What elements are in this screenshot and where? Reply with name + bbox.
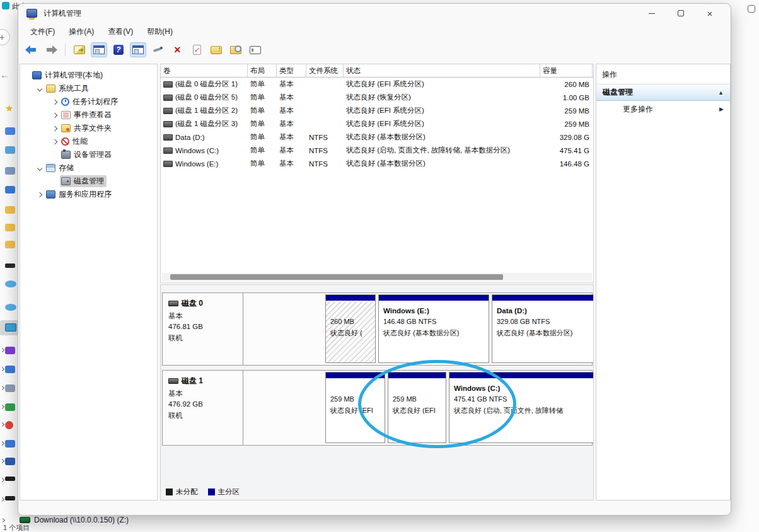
collapse-caret-icon[interactable]: ▲ <box>718 90 724 96</box>
tree-item-存储[interactable]: 存储 <box>20 161 157 175</box>
chevron-right-icon[interactable] <box>0 386 4 390</box>
back-button[interactable] <box>23 42 40 57</box>
partition-Windows (C:)[interactable]: Windows (C:)475.41 GB NTFS状态良好 (启动, 页面文件… <box>449 372 594 443</box>
music-tree-icon[interactable] <box>5 421 13 429</box>
check-doc-button[interactable]: ✓ <box>188 42 205 57</box>
folder-search-button[interactable] <box>228 42 244 57</box>
desktop-folder-icon[interactable] <box>5 127 15 135</box>
chevron-right-icon[interactable] <box>0 348 4 352</box>
music-folder-icon[interactable] <box>5 241 15 248</box>
column-header-文件系统[interactable]: 文件系统 <box>306 64 344 77</box>
forward-button[interactable] <box>43 42 59 57</box>
chevron-right-icon[interactable] <box>52 112 57 117</box>
chevron-right-icon[interactable] <box>52 125 57 130</box>
item-bar-icon[interactable] <box>5 263 15 268</box>
folder-search-icon <box>230 46 241 54</box>
console-window-button[interactable] <box>91 42 107 57</box>
column-header-容量[interactable]: 容量 <box>540 64 593 77</box>
column-header-状态[interactable]: 状态 <box>344 64 540 77</box>
chevron-right-icon[interactable] <box>0 422 4 427</box>
tree-item-任务计划程序[interactable]: 任务计划程序 <box>20 95 157 108</box>
cell-text: 简单 <box>250 132 265 142</box>
drive-icon-1[interactable] <box>5 440 15 448</box>
partition-Windows (E:)[interactable]: Windows (E:)146.48 GB NTFS状态良好 (基本数据分区) <box>378 294 489 363</box>
partition-259 MB[interactable]: 259 MB状态良好 (EFI <box>325 372 385 443</box>
videos-tree-icon[interactable] <box>5 347 15 354</box>
table-row[interactable]: Windows (C:)简单基本NTFS状态良好 (启动, 页面文件, 故障转储… <box>161 144 593 157</box>
explorer-back-icon[interactable]: ← <box>0 69 9 80</box>
menu-item-4[interactable]: 帮助(H) <box>140 25 180 39</box>
more-actions-item[interactable]: 更多操作 ▶ <box>596 101 730 117</box>
partition-260 MB[interactable]: 260 MB状态良好 ( <box>325 294 376 363</box>
scrollbar-thumb[interactable] <box>170 274 503 280</box>
drive-icon-2[interactable] <box>5 458 15 465</box>
chevron-right-icon[interactable] <box>0 478 4 482</box>
folder-up-button[interactable] <box>208 42 224 57</box>
drive-icon-4[interactable] <box>5 496 15 500</box>
chevron-down-icon[interactable] <box>37 165 42 170</box>
performance-icon <box>61 137 69 146</box>
chevron-down-icon[interactable] <box>37 86 42 91</box>
tree-item-计算机管理(本地)[interactable]: 计算机管理(本地) <box>20 69 157 82</box>
this-pc-monitor-icon[interactable] <box>5 323 16 332</box>
table-row[interactable]: (磁盘 1 磁盘分区 3)简单基本状态良好 (EFI 系统分区)259 MB <box>161 117 593 130</box>
new-tab-button[interactable]: + <box>0 29 10 45</box>
table-row[interactable]: Windows (E:)简单基本NTFS状态良好 (基本数据分区)146.48 … <box>161 157 593 170</box>
actions-group-disk-management[interactable]: 磁盘管理 ▲ <box>596 84 730 101</box>
tree-item-highlight: 事件查看器 <box>60 109 114 121</box>
delete-button[interactable]: × <box>169 42 185 57</box>
partition-Data (D:)[interactable]: Data (D:)329.08 GB NTFS状态良好 (基本数据分区) <box>492 294 594 363</box>
chevron-right-icon[interactable] <box>0 497 4 502</box>
table-row[interactable]: Data (D:)简单基本NTFS状态良好 (基本数据分区)329.08 G <box>161 130 593 144</box>
pen-button[interactable] <box>149 42 166 57</box>
tree-item-事件查看器[interactable]: 事件查看器 <box>20 108 157 122</box>
downloads-folder-icon[interactable] <box>5 224 15 231</box>
close-button[interactable]: × <box>695 4 724 23</box>
panel-button[interactable] <box>247 42 264 57</box>
pictures-tree-icon[interactable] <box>5 366 15 373</box>
table-row[interactable]: (磁盘 1 磁盘分区 2)简单基本状态良好 (EFI 系统分区)259 MB <box>161 104 593 117</box>
chevron-right-icon[interactable] <box>0 441 4 446</box>
documents-folder-icon[interactable] <box>5 206 15 214</box>
pinned-folder-icon[interactable] <box>5 186 15 194</box>
sync-folder-icon[interactable] <box>5 146 15 154</box>
column-header-布局[interactable]: 布局 <box>248 64 277 77</box>
chevron-right-icon[interactable] <box>52 99 57 104</box>
documents-tree-icon[interactable] <box>5 385 15 392</box>
onedrive-cloud-icon[interactable] <box>5 280 16 287</box>
table-row[interactable]: (磁盘 0 磁盘分区 5)简单基本状态良好 (恢复分区)1.00 GB <box>161 91 593 104</box>
onedrive-cloud2-icon[interactable] <box>5 304 16 311</box>
chevron-right-icon[interactable] <box>37 192 42 197</box>
tree-item-设备管理器[interactable]: 设备管理器 <box>20 148 157 161</box>
horizontal-scrollbar[interactable] <box>162 273 592 281</box>
partition-259 MB[interactable]: 259 MB状态良好 (EFI <box>388 372 446 443</box>
menu-item-1[interactable]: 文件(F) <box>23 25 62 39</box>
menu-item-2[interactable]: 操作(A) <box>62 25 101 39</box>
cell-fs: NTFS <box>306 147 344 154</box>
storage-icon <box>46 164 55 172</box>
chevron-right-icon[interactable] <box>0 405 4 409</box>
tree-item-共享文件夹[interactable]: 共享文件夹 <box>20 122 157 135</box>
minimize-button[interactable] <box>637 4 666 23</box>
background-maximize-icon[interactable] <box>748 5 755 13</box>
table-row[interactable]: (磁盘 0 磁盘分区 1)简单基本状态良好 (EFI 系统分区)260 MB <box>161 78 593 91</box>
tree-item-性能[interactable]: 性能 <box>20 135 157 148</box>
cell-volume: (磁盘 1 磁盘分区 2) <box>161 106 248 115</box>
chevron-right-icon[interactable] <box>0 367 4 371</box>
tree-item-服务和应用程序[interactable]: 服务和应用程序 <box>20 188 157 201</box>
chevron-right-icon[interactable] <box>0 459 4 463</box>
help-button[interactable]: ? <box>110 42 127 57</box>
quick-access-star-icon[interactable]: ★ <box>5 103 13 113</box>
tree-item-磁盘管理[interactable]: 磁盘管理 <box>20 175 157 188</box>
drive-icon-3[interactable] <box>5 477 15 481</box>
maximize-button[interactable] <box>666 4 695 23</box>
column-header-卷[interactable]: 卷 <box>161 64 248 77</box>
tree-item-系统工具[interactable]: 系统工具 <box>20 82 157 95</box>
export-list-button[interactable] <box>71 42 88 57</box>
downloads-tree-icon[interactable] <box>5 403 15 411</box>
column-header-类型[interactable]: 类型 <box>277 64 306 77</box>
library-icon[interactable] <box>5 167 15 175</box>
menu-item-3[interactable]: 查看(V) <box>101 25 140 39</box>
chevron-right-icon[interactable] <box>52 139 57 144</box>
console-tree-button[interactable] <box>130 42 146 57</box>
